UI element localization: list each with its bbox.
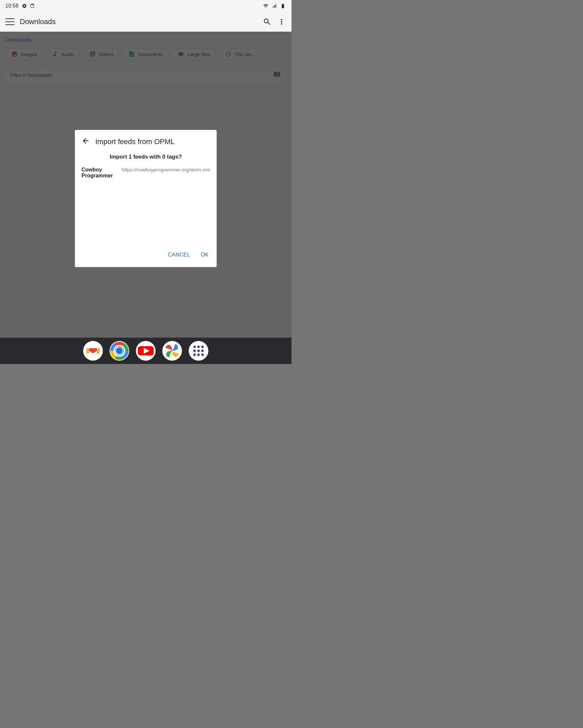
more-vert-icon[interactable] (277, 17, 286, 26)
svg-point-17 (201, 349, 204, 352)
dialog-title: Import feeds from OPML (95, 137, 175, 146)
import-question: Import 1 feeds with 0 tags? (81, 154, 210, 160)
svg-point-19 (197, 354, 200, 356)
app-drawer-icon[interactable] (188, 341, 208, 361)
status-time: 10:56 (5, 3, 19, 9)
status-right (262, 3, 286, 9)
svg-point-18 (193, 354, 196, 356)
feed-url: https://cowboyprogrammer.org/atom.xml (122, 167, 210, 173)
app-bar: Downloads (0, 12, 292, 32)
svg-point-14 (201, 345, 204, 348)
status-left: 10:56 (5, 3, 35, 9)
search-icon[interactable] (262, 17, 272, 26)
svg-point-5 (116, 347, 123, 354)
gmail-app-icon[interactable] (83, 341, 103, 361)
dialog-actions: Cancel OK (75, 249, 217, 267)
app-title: Downloads (20, 18, 257, 26)
bottom-bar (0, 338, 292, 364)
clipboard-icon (29, 3, 35, 9)
status-bar: 10:56 (0, 0, 292, 12)
svg-point-16 (197, 349, 200, 352)
signal-icon (271, 3, 278, 9)
dialog-back-button[interactable] (81, 136, 90, 147)
feed-name: Cowboy Programmer (81, 167, 118, 179)
app-bar-actions (262, 17, 286, 26)
import-dialog: Import feeds from OPML Import 1 feeds wi… (75, 130, 217, 267)
menu-icon[interactable] (5, 19, 15, 25)
settings-icon (21, 3, 28, 9)
svg-point-12 (193, 345, 196, 348)
svg-point-13 (197, 345, 200, 348)
svg-point-15 (193, 349, 196, 352)
youtube-app-icon[interactable] (136, 341, 156, 361)
feed-entry: Cowboy Programmer https://cowboyprogramm… (81, 167, 210, 179)
dialog-body: Import 1 feeds with 0 tags? Cowboy Progr… (75, 150, 217, 249)
photos-app-icon[interactable] (162, 341, 182, 361)
cancel-button[interactable]: Cancel (165, 249, 193, 260)
status-icons (21, 3, 35, 9)
svg-point-20 (201, 354, 204, 356)
dialog-header: Import feeds from OPML (75, 130, 217, 150)
battery-icon (280, 3, 286, 9)
ok-button[interactable]: OK (198, 249, 211, 260)
wifi-icon (262, 3, 269, 9)
chrome-app-icon[interactable] (109, 341, 129, 361)
